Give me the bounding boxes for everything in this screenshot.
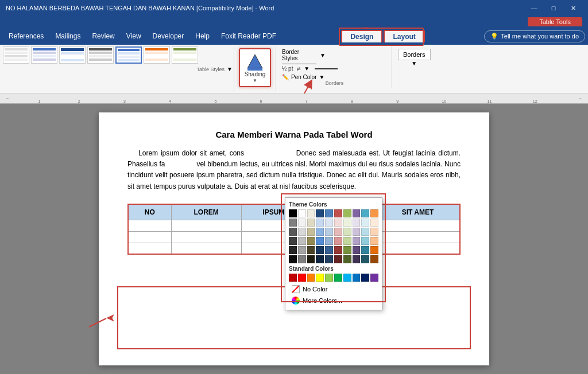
std-color-10[interactable] <box>370 274 378 282</box>
table-style-1[interactable] <box>3 46 29 64</box>
color-cell[interactable] <box>361 237 369 245</box>
shading-dropdown-arrow[interactable]: ▼ <box>253 78 257 83</box>
std-color-7[interactable] <box>343 274 351 282</box>
table-style-6[interactable] <box>144 46 170 64</box>
color-cell[interactable] <box>343 246 351 254</box>
color-cell[interactable] <box>353 209 361 217</box>
menu-view[interactable]: View <box>121 30 147 42</box>
color-cell[interactable] <box>298 246 306 254</box>
table-style-3[interactable] <box>59 46 86 64</box>
color-cell[interactable] <box>325 237 333 245</box>
minimize-button[interactable]: — <box>525 2 543 14</box>
color-cell[interactable] <box>334 237 342 245</box>
color-cell[interactable] <box>334 219 342 227</box>
std-color-1[interactable] <box>289 274 297 282</box>
color-cell[interactable] <box>334 209 342 217</box>
color-cell[interactable] <box>343 219 351 227</box>
color-cell[interactable] <box>298 255 306 263</box>
borders-button[interactable]: Borders <box>398 49 431 60</box>
color-cell[interactable] <box>289 228 297 236</box>
close-button[interactable]: ✕ <box>564 2 582 14</box>
tell-me-bar[interactable]: 💡 Tell me what you want to do <box>484 30 585 42</box>
color-cell[interactable] <box>307 228 315 236</box>
color-cell[interactable] <box>353 228 361 236</box>
menu-review[interactable]: Review <box>86 30 120 42</box>
menu-mailings[interactable]: Mailings <box>49 30 86 42</box>
std-color-9[interactable] <box>361 274 369 282</box>
color-cell[interactable] <box>289 237 297 245</box>
color-cell[interactable] <box>298 237 306 245</box>
tab-design[interactable]: Design <box>341 30 382 42</box>
color-cell[interactable] <box>353 246 361 254</box>
color-cell[interactable] <box>316 219 324 227</box>
color-cell[interactable] <box>353 219 361 227</box>
menu-references[interactable]: References <box>3 30 49 42</box>
window-controls[interactable]: — □ ✕ <box>525 2 582 14</box>
color-cell[interactable] <box>361 246 369 254</box>
color-cell[interactable] <box>361 255 369 263</box>
shading-button[interactable]: Shading ▼ <box>239 48 271 87</box>
color-cell[interactable] <box>325 209 333 217</box>
color-cell[interactable] <box>307 255 315 263</box>
color-cell[interactable] <box>343 209 351 217</box>
color-cell[interactable] <box>316 255 324 263</box>
table-style-5[interactable] <box>115 46 142 64</box>
std-color-3[interactable] <box>307 274 315 282</box>
menu-foxit[interactable]: Foxit Reader PDF <box>215 30 282 42</box>
color-cell[interactable] <box>325 228 333 236</box>
color-cell[interactable] <box>307 246 315 254</box>
color-cell[interactable] <box>343 228 351 236</box>
color-cell[interactable] <box>353 255 361 263</box>
color-cell[interactable] <box>307 237 315 245</box>
color-cell[interactable] <box>334 228 342 236</box>
std-color-6[interactable] <box>334 274 342 282</box>
color-cell[interactable] <box>334 255 342 263</box>
color-cell[interactable] <box>325 219 333 227</box>
menu-help[interactable]: Help <box>189 30 215 42</box>
tab-layout[interactable]: Layout <box>384 30 424 42</box>
border-styles-arrow[interactable]: ▼ <box>320 52 326 59</box>
std-color-4[interactable] <box>316 274 324 282</box>
color-cell[interactable] <box>361 219 369 227</box>
color-cell[interactable] <box>316 246 324 254</box>
color-cell[interactable] <box>298 219 306 227</box>
color-cell[interactable] <box>361 209 369 217</box>
borders-dropdown-arrow[interactable]: ▼ <box>411 60 417 67</box>
color-cell[interactable] <box>325 255 333 263</box>
color-cell[interactable] <box>370 255 378 263</box>
color-cell[interactable] <box>316 209 324 217</box>
color-cell[interactable] <box>289 246 297 254</box>
pt-dropdown[interactable]: ▼ <box>304 65 310 72</box>
std-color-2[interactable] <box>298 274 306 282</box>
table-style-2[interactable] <box>31 46 57 64</box>
color-cell[interactable] <box>370 237 378 245</box>
color-cell[interactable] <box>307 209 315 217</box>
color-cell[interactable] <box>298 228 306 236</box>
menu-developer[interactable]: Developer <box>147 30 190 42</box>
color-cell[interactable] <box>353 237 361 245</box>
color-cell[interactable] <box>343 237 351 245</box>
color-cell[interactable] <box>361 228 369 236</box>
table-styles-expand[interactable]: ▼ <box>227 66 233 72</box>
table-style-7[interactable] <box>172 46 198 64</box>
color-cell[interactable] <box>289 255 297 263</box>
more-colors-button[interactable]: More Colors... <box>289 295 378 306</box>
color-cell[interactable] <box>316 228 324 236</box>
color-cell[interactable] <box>334 246 342 254</box>
maximize-button[interactable]: □ <box>544 2 563 14</box>
color-cell[interactable] <box>370 209 378 217</box>
no-color-button[interactable]: No Color <box>289 283 378 295</box>
table-style-4[interactable] <box>87 46 114 64</box>
color-cell[interactable] <box>289 209 297 217</box>
color-cell[interactable] <box>298 209 306 217</box>
color-cell[interactable] <box>370 228 378 236</box>
color-cell[interactable] <box>343 255 351 263</box>
color-cell[interactable] <box>289 219 297 227</box>
color-cell[interactable] <box>307 219 315 227</box>
pen-color-arrow[interactable]: ▼ <box>319 74 324 80</box>
color-picker-dropdown[interactable]: Theme Colors <box>285 197 382 310</box>
color-cell[interactable] <box>370 219 378 227</box>
std-color-8[interactable] <box>353 274 361 282</box>
std-color-5[interactable] <box>325 274 333 282</box>
color-cell[interactable] <box>325 246 333 254</box>
